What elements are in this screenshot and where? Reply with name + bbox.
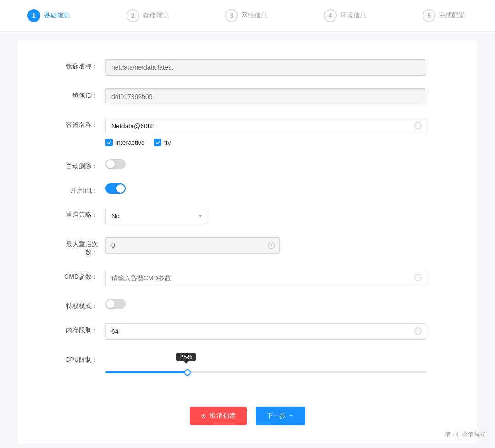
enable-init-row: 开启Init： <box>55 183 440 195</box>
restart-policy-select[interactable]: No always on-failure unless-stopped <box>105 208 206 224</box>
container-name-row: 容器名称： ⓘ interactive <box>55 118 440 146</box>
privilege-toggle[interactable] <box>105 299 126 309</box>
tty-checkbox-box <box>154 139 161 146</box>
cpu-limit-field: 25% <box>105 353 426 375</box>
restart-policy-wrapper: No always on-failure unless-stopped ▾ <box>105 208 206 224</box>
auto-delete-label: 自动删除： <box>55 159 105 171</box>
interactive-checkbox-box <box>105 139 113 146</box>
cmd-params-input[interactable] <box>105 270 426 286</box>
checkbox-row: interactive tty <box>105 139 426 146</box>
stepper: 1 基础信息 2 存储信息 3 网络信息 4 环境信息 5 完成配置 <box>0 0 495 32</box>
next-label: 下一步 → <box>267 412 294 420</box>
cancel-button[interactable]: ⊗ 取消创建 <box>190 407 247 425</box>
memory-limit-info-icon: ⓘ <box>414 327 422 337</box>
step-5: 5 完成配置 <box>423 9 468 22</box>
container-name-label: 容器名称： <box>55 118 105 129</box>
cmd-params-info-icon: ⓘ <box>414 273 422 283</box>
step-1-circle: 1 <box>28 9 40 22</box>
cmd-params-label: CMD参数： <box>55 270 105 281</box>
enable-init-knob <box>116 184 125 193</box>
privilege-label: 特权模式： <box>55 299 105 310</box>
cancel-label: 取消创建 <box>210 412 236 420</box>
interactive-checkbox[interactable]: interactive <box>105 139 145 146</box>
auto-delete-toggle[interactable] <box>105 159 126 169</box>
memory-limit-label: 内存限制： <box>55 323 105 335</box>
enable-init-field <box>105 183 426 194</box>
step-3: 3 网络信息 <box>225 9 270 22</box>
step-4-label: 环境信息 <box>341 11 366 20</box>
tty-checkbox[interactable]: tty <box>154 139 171 146</box>
step-3-label: 网络信息 <box>242 11 267 20</box>
image-id-label: 镜像ID： <box>55 88 105 100</box>
max-restarts-label: 最大重启次数： <box>55 237 105 257</box>
cpu-limit-row: CPU限制： 25% <box>55 353 440 375</box>
cmd-params-row: CMD参数： ⓘ <box>55 270 440 286</box>
main-form: 镜像名称： 镜像ID： 容器名称： ⓘ <box>18 41 477 443</box>
cancel-icon: ⊗ <box>201 412 206 420</box>
cpu-slider-wrapper: 25% <box>105 353 426 375</box>
memory-limit-field: ⓘ <box>105 323 426 340</box>
privilege-field <box>105 299 426 309</box>
step-2: 2 存储信息 <box>126 9 171 22</box>
step-5-circle: 5 <box>423 9 435 22</box>
cmd-params-field: ⓘ <box>105 270 426 286</box>
step-2-circle: 2 <box>126 9 139 22</box>
step-line-2 <box>176 16 220 16</box>
next-button[interactable]: 下一步 → <box>256 407 305 425</box>
image-id-row: 镜像ID： <box>55 88 440 105</box>
container-name-input[interactable] <box>105 118 426 134</box>
step-line-4 <box>373 16 418 16</box>
image-name-input[interactable] <box>105 59 426 76</box>
image-name-row: 镜像名称： <box>55 59 440 76</box>
enable-init-label: 开启Init： <box>55 183 105 195</box>
restart-policy-field: No always on-failure unless-stopped ▾ <box>105 208 426 224</box>
auto-delete-row: 自动删除： <box>55 159 440 171</box>
step-3-circle: 3 <box>225 9 238 22</box>
watermark: 值 · 什么值得买 <box>445 431 486 439</box>
footer-buttons: ⊗ 取消创建 下一步 → <box>55 398 440 425</box>
max-restarts-info-icon: ⓘ <box>268 241 275 250</box>
enable-init-toggle[interactable] <box>105 183 126 194</box>
restart-policy-label: 重启策略： <box>55 208 105 219</box>
cpu-slider-tooltip: 25% <box>176 353 196 361</box>
privilege-row: 特权模式： <box>55 299 440 310</box>
image-name-field <box>105 59 426 76</box>
auto-delete-field <box>105 159 426 169</box>
step-4: 4 环境信息 <box>324 9 369 22</box>
step-5-label: 完成配置 <box>439 11 465 20</box>
step-line-1 <box>77 16 122 16</box>
memory-limit-input[interactable] <box>105 323 426 340</box>
max-restarts-field: ⓘ <box>105 237 426 254</box>
image-id-input[interactable] <box>105 88 426 105</box>
image-id-field <box>105 88 426 105</box>
cpu-limit-slider[interactable] <box>105 371 426 373</box>
container-name-info-icon: ⓘ <box>414 122 422 131</box>
max-restarts-input[interactable] <box>105 237 280 254</box>
restart-policy-row: 重启策略： No always on-failure unless-stoppe… <box>55 208 440 224</box>
step-1-label: 基础信息 <box>44 11 70 20</box>
tty-label: tty <box>164 139 171 146</box>
step-1: 1 基础信息 <box>28 9 72 22</box>
step-4-circle: 4 <box>324 9 337 22</box>
interactive-label: interactive <box>116 139 145 146</box>
container-name-field: ⓘ interactive <box>105 118 426 146</box>
max-restarts-row: 最大重启次数： ⓘ <box>55 237 440 257</box>
image-name-label: 镜像名称： <box>55 59 105 71</box>
memory-limit-row: 内存限制： ⓘ <box>55 323 440 340</box>
privilege-knob <box>106 300 115 308</box>
step-2-label: 存储信息 <box>143 11 169 20</box>
step-line-3 <box>275 16 319 16</box>
auto-delete-knob <box>106 160 115 168</box>
cpu-limit-label: CPU限制： <box>55 353 105 364</box>
